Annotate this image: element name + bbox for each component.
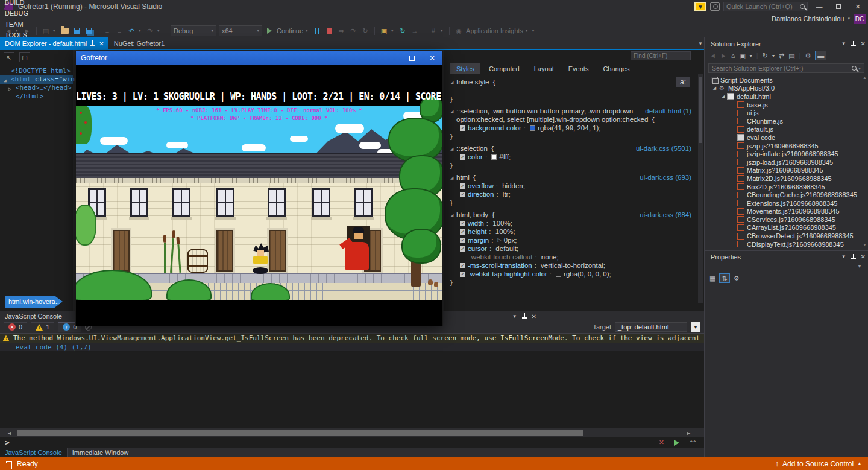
restore-button[interactable] — [831, 1, 846, 12]
tree-item-file[interactable]: base.js — [705, 101, 868, 109]
home-icon[interactable]: ⌂ — [731, 52, 735, 59]
source-control-chevron-icon[interactable]: ▲ — [857, 461, 862, 466]
tree-item-file[interactable]: Matrix2D.js?1609668988345 — [705, 174, 868, 183]
window-position-chevron-icon[interactable]: ▼ — [841, 41, 846, 46]
pin-icon[interactable] — [522, 313, 527, 319]
collapse-triangle-icon[interactable]: ◢ — [450, 174, 453, 182]
navigate-back-icon[interactable]: ◄ — [4, 26, 13, 36]
breadcrumb[interactable]: html.win-hovera... — [5, 296, 63, 308]
tree-item-file[interactable]: jszip-inflate.js?1609668988345 — [705, 150, 868, 158]
property-checkbox[interactable]: ✓ — [460, 221, 465, 226]
minimize-button[interactable]: — — [811, 1, 827, 12]
step-over-icon[interactable]: ↻ — [360, 26, 370, 36]
scroll-up-icon[interactable]: ▲ — [863, 75, 867, 80]
tree-item-file[interactable]: Matrix.js?1609668988345 — [705, 167, 868, 175]
pin-icon[interactable] — [851, 254, 856, 260]
continue-chevron-icon[interactable]: ▾ — [306, 28, 310, 33]
game-minimize-button[interactable]: — — [381, 51, 401, 65]
close-button[interactable]: ✕ — [850, 1, 866, 12]
console-tab[interactable]: JavaScript Console — [0, 448, 68, 457]
css-file-link[interactable]: default.html (1) — [645, 107, 691, 115]
warning-counter[interactable]: 1 — [31, 322, 54, 332]
continue-icon[interactable] — [265, 26, 274, 36]
close-icon[interactable]: ✕ — [861, 40, 866, 47]
menu-item[interactable]: BUILD — [0, 0, 40, 8]
multiline-toggle-icon[interactable]: ⌃⌃ — [689, 440, 696, 446]
property-checkbox[interactable]: ✓ — [460, 154, 465, 160]
tree-item-file[interactable]: Extensions.js?1609668988345 — [705, 199, 868, 208]
avatar[interactable]: DC — [854, 14, 866, 24]
uncomment-icon[interactable]: ≡ — [115, 26, 124, 36]
tree-item-file[interactable]: eval code — [705, 133, 868, 142]
properties-object-dropdown[interactable]: ▼ — [708, 262, 864, 271]
remote-person-icon[interactable] — [710, 2, 720, 11]
tree-scrollbar[interactable]: ▲ ▼ — [861, 74, 868, 248]
forward-icon[interactable]: ► — [720, 52, 727, 59]
switch-views-icon[interactable]: ▣ — [739, 52, 745, 60]
game-maximize-button[interactable] — [401, 51, 422, 65]
document-list-chevron-icon[interactable]: ▼ — [698, 41, 703, 46]
stop-debugging-icon[interactable] — [324, 26, 334, 36]
property-checkbox[interactable]: ✓ — [460, 272, 465, 277]
tree-item-file[interactable]: CBoundingCache.js?1609668988345 — [705, 191, 868, 199]
tree-item-script-documents[interactable]: Script Documents — [705, 76, 868, 84]
pending-changes-filter-icon[interactable]: ↻ — [763, 52, 768, 60]
styles-tab[interactable]: Styles — [450, 63, 480, 74]
pin-icon[interactable] — [851, 41, 856, 47]
scrollbar-thumb[interactable] — [17, 430, 583, 436]
feedback-icon[interactable]: ▼ — [694, 2, 706, 11]
collapse-triangle-icon[interactable]: ◢ — [450, 78, 453, 87]
tree-item-file[interactable]: CRuntime.js — [705, 117, 868, 125]
run-icon[interactable] — [674, 440, 679, 446]
tree-item-default-html[interactable]: ◢ default.html — [705, 92, 868, 101]
styles-tab[interactable]: Events — [562, 63, 595, 74]
properties-window-icon[interactable]: ▤ — [788, 52, 794, 60]
solution-configuration-dropdown[interactable]: Debug▾ — [171, 25, 216, 36]
back-icon[interactable]: ◄ — [709, 52, 716, 59]
switch-views-chevron-icon[interactable]: ▾ — [750, 53, 752, 59]
tree-item-file[interactable]: jszip.js?1609668988345 — [705, 142, 868, 150]
error-counter[interactable]: ✕ 0 — [4, 322, 27, 332]
clear-input-icon[interactable]: ✕ — [659, 439, 664, 446]
tree-item-file[interactable]: CDisplayText.js?1609668988345 — [705, 240, 868, 248]
menu-item[interactable]: DEBUG — [0, 8, 40, 19]
wrench-icon[interactable]: ⚙ — [805, 52, 811, 60]
save-all-icon[interactable] — [84, 26, 93, 36]
preview-selected-items-icon[interactable]: ▬ — [815, 51, 826, 60]
tab-nuget[interactable]: NuGet: Gofretor1 — [108, 37, 171, 49]
target-dropdown-arrow-icon[interactable]: ▼ — [691, 322, 700, 332]
new-file-icon[interactable]: ▤ — [41, 26, 51, 36]
tree-item-msapphost[interactable]: ◢ MSAppHost/3.0 — [705, 84, 868, 93]
property-pages-icon[interactable]: ⚙ — [734, 275, 740, 282]
scroll-left-icon[interactable]: ◄ — [5, 429, 14, 437]
tab-dom-explorer[interactable]: DOM Explorer - default.html ✕ — [0, 37, 108, 49]
expander-icon[interactable]: ◢ — [712, 86, 717, 91]
tree-item-file[interactable]: CBrowserDetect.js?1609668988345 — [705, 232, 868, 240]
redo-chevron-icon[interactable]: ▾ — [157, 28, 162, 33]
select-element-icon[interactable]: ↖ — [4, 52, 14, 62]
new-file-chevron-icon[interactable]: ▾ — [53, 28, 57, 33]
dom-node-head[interactable]: ▷ <head>…</head> — [0, 84, 73, 92]
collapse-triangle-icon[interactable]: ◢ — [450, 107, 453, 116]
console-warning-row[interactable]: The method Windows.UI.ViewManagement.App… — [0, 334, 704, 343]
close-icon[interactable]: ✕ — [861, 253, 866, 260]
sync-with-active-document-icon[interactable]: ⇄ — [779, 52, 784, 60]
tree-item-file[interactable]: ui.js — [705, 109, 868, 117]
pin-icon[interactable] — [90, 40, 95, 46]
console-horizontal-scrollbar[interactable]: ◄ ► — [0, 428, 704, 437]
solution-search-input[interactable]: Search Solution Explorer (Ctrl+;) ▾ — [708, 63, 864, 73]
scroll-down-icon[interactable]: ▼ — [863, 243, 867, 247]
styles-tab[interactable]: Changes — [597, 63, 635, 74]
styles-tab[interactable]: Layout — [528, 63, 560, 74]
search-chevron-icon[interactable]: ▾ — [858, 66, 861, 71]
close-tab-icon[interactable]: ✕ — [99, 40, 104, 47]
expander-icon[interactable]: ◢ — [720, 94, 726, 99]
undo-chevron-icon[interactable]: ▾ — [139, 28, 143, 33]
collapse-triangle-icon[interactable]: ◢ — [450, 211, 453, 220]
save-icon[interactable] — [72, 26, 81, 36]
categorized-icon[interactable]: ▦ — [709, 275, 715, 282]
console-tab[interactable]: Immediate Window — [68, 448, 134, 457]
tree-item-file[interactable]: default.js — [705, 125, 868, 134]
styles-tab[interactable]: Computed — [483, 63, 526, 74]
property-checkbox[interactable]: ✓ — [460, 125, 465, 131]
